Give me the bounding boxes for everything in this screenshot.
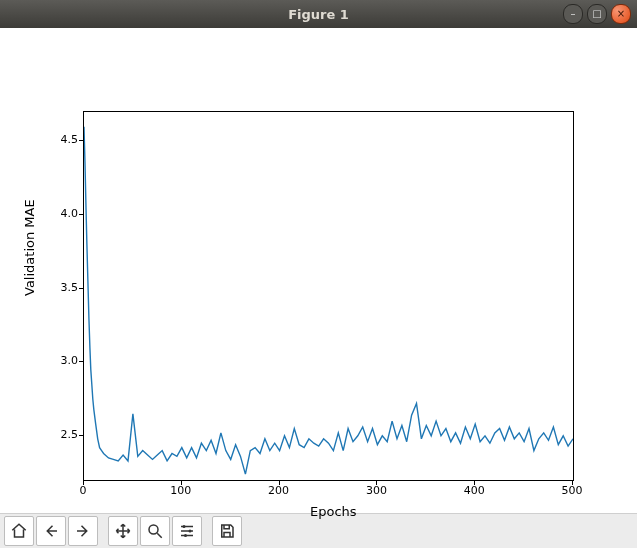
home-button[interactable] xyxy=(4,516,34,546)
zoom-icon xyxy=(146,522,164,540)
y-tick-label: 2.5 xyxy=(48,428,78,441)
zoom-button[interactable] xyxy=(140,516,170,546)
x-tick-label: 0 xyxy=(68,484,98,497)
y-tick-label: 3.0 xyxy=(48,354,78,367)
arrow-right-icon xyxy=(74,522,92,540)
x-tick-label: 400 xyxy=(459,484,489,497)
svg-point-3 xyxy=(184,534,187,537)
x-tick-label: 200 xyxy=(264,484,294,497)
x-tick-label: 300 xyxy=(361,484,391,497)
window-controls: – □ × xyxy=(563,4,631,24)
back-button[interactable] xyxy=(36,516,66,546)
save-icon xyxy=(218,522,236,540)
y-tick-label: 4.5 xyxy=(48,133,78,146)
move-icon xyxy=(114,522,132,540)
plot-axes xyxy=(83,111,574,481)
minimize-button[interactable]: – xyxy=(563,4,583,24)
x-tick-label: 500 xyxy=(557,484,587,497)
maximize-button[interactable]: □ xyxy=(587,4,607,24)
x-axis-label: Epochs xyxy=(310,504,357,519)
svg-point-2 xyxy=(189,530,192,533)
app-window: Figure 1 – □ × Validation MAE Epochs 2.5… xyxy=(0,0,637,548)
close-button[interactable]: × xyxy=(611,4,631,24)
x-tick-label: 100 xyxy=(166,484,196,497)
configure-button[interactable] xyxy=(172,516,202,546)
sliders-icon xyxy=(178,522,196,540)
window-title: Figure 1 xyxy=(0,7,637,22)
y-axis-label: Validation MAE xyxy=(22,199,37,296)
arrow-left-icon xyxy=(42,522,60,540)
svg-point-0 xyxy=(149,525,158,534)
home-icon xyxy=(10,522,28,540)
save-button[interactable] xyxy=(212,516,242,546)
line-chart xyxy=(84,112,573,480)
y-tick-label: 3.5 xyxy=(48,281,78,294)
y-tick-label: 4.0 xyxy=(48,207,78,220)
figure-canvas: Validation MAE Epochs 2.53.03.54.04.5010… xyxy=(0,28,637,513)
forward-button[interactable] xyxy=(68,516,98,546)
svg-point-1 xyxy=(183,525,186,528)
pan-button[interactable] xyxy=(108,516,138,546)
titlebar: Figure 1 – □ × xyxy=(0,0,637,28)
